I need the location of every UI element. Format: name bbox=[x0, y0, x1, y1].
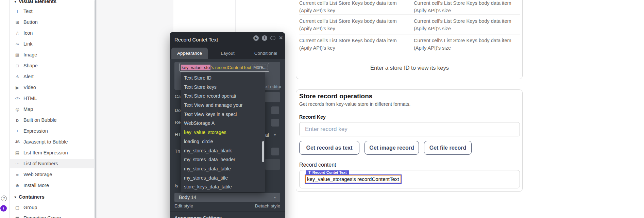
expression-input[interactable]: key_value_sto 's recordContentText More.… bbox=[180, 63, 269, 72]
style-select[interactable]: Body 14 ▾ bbox=[174, 193, 280, 202]
tab-appearance[interactable]: Appearance bbox=[171, 48, 208, 59]
get-record-as-text-button[interactable]: Get record as text bbox=[299, 141, 359, 155]
sidebar-item-html[interactable]: </>HTML bbox=[10, 94, 94, 103]
left-rail: ? i bbox=[0, 0, 10, 218]
property-input-fragment[interactable] bbox=[265, 159, 280, 170]
get-image-record-button[interactable]: Get image record bbox=[365, 141, 419, 155]
tab-layout[interactable]: Layout bbox=[209, 48, 246, 59]
row-divider bbox=[299, 34, 520, 34]
sidebar-item-built-on-bubble[interactable]: bBuilt on Bubble bbox=[10, 115, 94, 125]
property-input-fragment[interactable] bbox=[265, 92, 280, 102]
advanced-editor-link-fragment[interactable]: xt editor bbox=[265, 84, 282, 89]
clipped-label-fragment: HT bbox=[175, 132, 181, 137]
store-keys-card: Current cell's List Store Keys body data… bbox=[296, 0, 523, 79]
edit-style-link[interactable]: Edit style bbox=[174, 203, 193, 208]
sidebar-item-button[interactable]: ⊞Button bbox=[10, 17, 94, 27]
dropdown-option-highlighted[interactable]: key_value_storages bbox=[181, 128, 265, 137]
tab-conditional[interactable]: Conditional bbox=[248, 48, 284, 59]
sidebar-item-alert[interactable]: ⚠Alert bbox=[10, 72, 94, 81]
property-checkbox[interactable] bbox=[271, 106, 279, 114]
detach-style-link[interactable]: Detach style bbox=[255, 203, 280, 208]
dropdown-option[interactable]: Text View and manage your bbox=[181, 101, 265, 110]
selected-element-badge: TRecord Contet Text bbox=[306, 170, 349, 175]
sidebar-item-javascript-to-bubble[interactable]: JSJavascript to Bubble bbox=[10, 137, 94, 147]
expression-autocomplete-dropdown: Text Store ID Text Store keys Text Store… bbox=[181, 72, 265, 192]
info-icon[interactable]: i bbox=[262, 35, 267, 41]
size-cell: Current cell's List Store Keys body data… bbox=[414, 17, 523, 32]
clipped-label-fragment: Re bbox=[175, 120, 181, 125]
panel-header[interactable]: Record Contet Text ▶ i ✕ bbox=[170, 32, 285, 48]
sidebar-item-icon[interactable]: ☆Icon bbox=[10, 28, 94, 38]
sidebar-item-expression[interactable]: +Expression bbox=[10, 126, 94, 136]
clipped-label-fragment: Ca bbox=[175, 94, 181, 99]
clipped-label-fragment: ty bbox=[175, 183, 181, 188]
dropdown-option[interactable]: store_keys_data_table bbox=[181, 182, 265, 191]
sidebar-item-install-more[interactable]: ⊕Install More bbox=[10, 181, 94, 190]
expression-suffix[interactable]: 's recordContentText bbox=[211, 65, 251, 70]
key-cell: Current cell's List Store Keys body data… bbox=[299, 0, 408, 14]
chat-bubble-icon[interactable]: i bbox=[0, 205, 7, 212]
dropdown-option[interactable]: Text Store record operati bbox=[181, 91, 265, 101]
get-file-record-button[interactable]: Get file record bbox=[424, 141, 472, 155]
preview-icon[interactable]: ▶ bbox=[253, 35, 259, 41]
dropdown-option[interactable]: my_stores_data_header bbox=[181, 155, 265, 164]
empty-state-message: Enter a store ID to view its keys bbox=[296, 65, 523, 71]
close-icon[interactable]: ✕ bbox=[278, 35, 283, 40]
dropdown-option[interactable]: loading_circle bbox=[181, 137, 265, 146]
property-checkbox[interactable] bbox=[271, 119, 279, 127]
dropdown-option[interactable]: Text View keys in a speci bbox=[181, 110, 265, 119]
chevron-down-icon: ▾ bbox=[274, 133, 276, 137]
warning-icon: ⚠ bbox=[13, 74, 21, 79]
sidebar-item-map[interactable]: ◎Map bbox=[10, 104, 94, 114]
record-key-input[interactable] bbox=[299, 122, 520, 136]
dropdown-option[interactable]: WebStorage A bbox=[181, 119, 265, 128]
chevron-down-icon: ▾ bbox=[274, 193, 276, 202]
size-cell: Current cell's List Store Keys body data… bbox=[414, 0, 523, 14]
button-icon: ⊞ bbox=[13, 20, 21, 25]
section-visual-elements[interactable]: ▾ Visual Elements bbox=[10, 0, 94, 6]
property-checkbox[interactable] bbox=[271, 148, 279, 155]
clipped-label-fragment: Do bbox=[175, 108, 181, 113]
record-key-label: Record Key bbox=[299, 114, 326, 120]
sidebar-item-group[interactable]: ▢Group bbox=[10, 203, 94, 212]
sidebar-item-repeating-group[interactable]: ▦Repeating Group bbox=[10, 213, 94, 218]
bubble-icon: b bbox=[13, 118, 21, 123]
ellipsis-icon: ⋯ bbox=[13, 161, 21, 166]
help-icon[interactable]: ? bbox=[1, 196, 7, 201]
record-content-label: Record content bbox=[299, 162, 336, 168]
sidebar-item-list-item-expression[interactable]: ▤List Item Expression bbox=[10, 148, 94, 157]
key-cell: Current cell's List Store Keys body data… bbox=[299, 17, 408, 32]
sidebar-item-text[interactable]: TText bbox=[10, 6, 94, 16]
chevron-down-icon: ▾ bbox=[13, 0, 18, 3]
comment-icon[interactable] bbox=[270, 36, 275, 40]
selected-text-element[interactable]: key_value_storages's recordContentText bbox=[305, 175, 401, 183]
elements-palette: ▾ Visual Elements TText ⊞Button ☆Icon ∞L… bbox=[10, 0, 97, 218]
store-record-operations-card: Store record operations Get records from… bbox=[296, 89, 523, 192]
more-button[interactable]: More... bbox=[252, 65, 268, 70]
dropdown-scrollbar[interactable] bbox=[262, 141, 264, 162]
plus-icon: + bbox=[13, 129, 21, 134]
dropdown-option[interactable]: my_stores_data_blank bbox=[181, 146, 265, 155]
chevron-down-icon: ▾ bbox=[13, 195, 18, 199]
dropdown-option[interactable]: Text Store keys bbox=[181, 83, 265, 92]
dropdown-option[interactable]: Text Store ID bbox=[181, 73, 265, 83]
record-content-container: TRecord Contet Text key_value_storages's… bbox=[299, 170, 520, 188]
text-element-icon: T bbox=[308, 170, 311, 174]
map-pin-icon: ◎ bbox=[13, 107, 21, 112]
sidebar-item-image[interactable]: ▨Image bbox=[10, 50, 94, 60]
panel-divider bbox=[170, 212, 285, 212]
selected-element-name: Record Contet Text bbox=[312, 170, 347, 174]
selected-expression-token[interactable]: key_value_sto bbox=[181, 65, 210, 70]
sidebar-item-list-of-numbers[interactable]: ⋯List of Numbers bbox=[10, 159, 94, 168]
sidebar-item-shape[interactable]: □Shape bbox=[10, 61, 94, 70]
appearance-settings-header: Appearance Settings bbox=[174, 215, 222, 218]
repeating-group-icon: ▦ bbox=[13, 216, 21, 218]
sidebar-item-web-storage[interactable]: ≡Web Storage bbox=[10, 170, 94, 179]
section-containers[interactable]: ▾ Containers bbox=[10, 192, 94, 202]
dropdown-option[interactable]: my_stores_data_title bbox=[181, 173, 265, 183]
sidebar-item-video[interactable]: ▶Video bbox=[10, 83, 94, 92]
sidebar-item-link[interactable]: ∞Link bbox=[10, 39, 94, 49]
key-cell: Current cell's List Store Keys body data… bbox=[299, 37, 408, 52]
video-icon: ▶ bbox=[13, 85, 21, 90]
dropdown-option[interactable]: my_stores_data_table bbox=[181, 164, 265, 173]
